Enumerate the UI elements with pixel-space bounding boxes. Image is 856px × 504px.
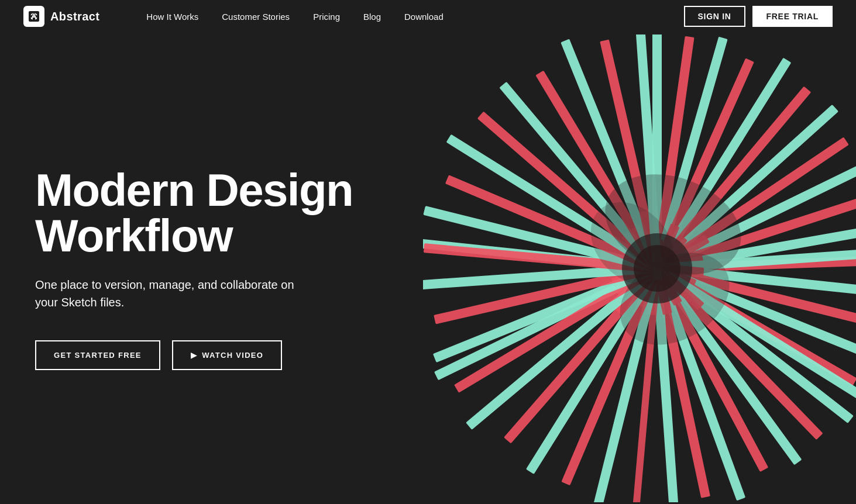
free-trial-button[interactable]: FREE TRIAL xyxy=(752,6,833,27)
nav-link-customer-stories[interactable]: Customer Stories xyxy=(210,0,301,33)
nav-link-blog[interactable]: Blog xyxy=(352,0,393,33)
starburst-svg xyxy=(423,34,856,502)
get-started-button[interactable]: GET STARTED FREE xyxy=(35,340,160,370)
nav-link-how-it-works[interactable]: How It Works xyxy=(135,0,210,33)
signin-button[interactable]: SIGN IN xyxy=(684,6,745,27)
nav-links: How It Works Customer Stories Pricing Bl… xyxy=(135,0,683,33)
svg-point-51 xyxy=(634,245,680,292)
logo-icon xyxy=(23,6,44,27)
play-icon: ▶ xyxy=(191,351,197,360)
nav-link-pricing[interactable]: Pricing xyxy=(301,0,352,33)
logo-area[interactable]: Abstract xyxy=(23,6,99,27)
watch-video-label: WATCH VIDEO xyxy=(202,351,263,360)
hero-graphic xyxy=(423,34,856,502)
hero-content: Modern Design Workflow One place to vers… xyxy=(35,167,374,370)
hero-section: Modern Design Workflow One place to vers… xyxy=(0,33,856,504)
nav-link-download[interactable]: Download xyxy=(393,0,455,33)
nav-actions: SIGN IN FREE TRIAL xyxy=(684,6,833,27)
hero-buttons: GET STARTED FREE ▶ WATCH VIDEO xyxy=(35,340,374,370)
hero-title: Modern Design Workflow xyxy=(35,167,374,258)
hero-subtitle: One place to version, manage, and collab… xyxy=(35,276,316,311)
navbar: Abstract How It Works Customer Stories P… xyxy=(0,0,856,33)
logo-text: Abstract xyxy=(50,10,99,23)
watch-video-button[interactable]: ▶ WATCH VIDEO xyxy=(172,340,282,370)
